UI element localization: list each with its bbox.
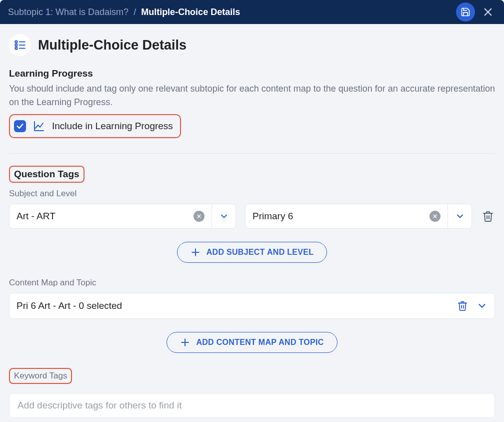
add-content-map-label: ADD CONTENT MAP AND TOPIC: [196, 338, 324, 347]
keyword-tags-title: Keyword Tags: [14, 371, 67, 381]
learning-progress-title: Learning Progress: [9, 68, 495, 79]
learning-progress-description: You should include and tag only one rele…: [9, 82, 495, 109]
divider: [9, 153, 495, 154]
chevron-down-icon: [455, 211, 465, 221]
dialog-window: Subtopic 1: What is Dadaism? / Multiple-…: [0, 0, 504, 422]
clear-subject-button[interactable]: [194, 211, 204, 222]
close-button[interactable]: [480, 4, 496, 20]
clear-level-button[interactable]: [430, 211, 440, 222]
breadcrumb-parent[interactable]: Subtopic 1: What is Dadaism?: [8, 7, 128, 18]
delete-subject-level-button[interactable]: [481, 209, 495, 223]
chart-line-icon: [33, 120, 45, 132]
subject-select[interactable]: Art - ART: [9, 204, 236, 229]
save-button[interactable]: [456, 3, 475, 22]
add-subject-level-label: ADD SUBJECT AND LEVEL: [206, 248, 314, 257]
close-icon: [482, 7, 494, 18]
content-map-select[interactable]: Pri 6 Art - Art - 0 selected: [9, 293, 495, 319]
chevron-down-icon: [476, 300, 488, 311]
save-icon: [460, 7, 470, 17]
content-map-label: Content Map and Topic: [9, 278, 495, 288]
content-map-value: Pri 6 Art - Art - 0 selected: [16, 300, 448, 311]
keyword-tags-highlight: Keyword Tags: [9, 368, 72, 384]
include-learning-progress-row[interactable]: Include in Learning Progress: [9, 114, 181, 138]
x-icon: [432, 214, 438, 219]
question-tags-title: Question Tags: [14, 169, 80, 180]
page-icon-wrap: [9, 34, 31, 56]
page-title: Multiple-Choice Details: [38, 38, 186, 53]
content-map-dropdown-toggle[interactable]: [476, 300, 488, 311]
page-header: Multiple-Choice Details: [9, 34, 495, 56]
subject-value: Art - ART: [16, 211, 190, 222]
include-learning-progress-checkbox[interactable]: [14, 120, 26, 132]
include-learning-progress-label: Include in Learning Progress: [52, 121, 173, 132]
keyword-tags-input[interactable]: [9, 393, 495, 418]
svg-point-4: [15, 47, 17, 49]
keyword-tags-section: Keyword Tags: [9, 368, 495, 418]
check-icon: [16, 122, 24, 130]
add-content-map-button[interactable]: ADD CONTENT MAP AND TOPIC: [166, 332, 337, 353]
level-dropdown-toggle[interactable]: [448, 204, 472, 228]
chevron-down-icon: [219, 211, 229, 221]
delete-content-map-button[interactable]: [456, 299, 470, 313]
question-tags-section: Question Tags Subject and Level Art - AR…: [9, 166, 495, 353]
trash-icon: [457, 300, 468, 311]
multiple-choice-icon: [14, 39, 26, 52]
breadcrumb-separator: /: [134, 7, 136, 18]
dialog-content: Multiple-Choice Details Learning Progres…: [0, 24, 504, 422]
level-value: Primary 6: [252, 211, 426, 222]
trash-icon: [482, 210, 494, 222]
question-tags-highlight: Question Tags: [9, 166, 84, 183]
learning-progress-section: Learning Progress You should include and…: [9, 68, 495, 148]
subject-level-row: Art - ART P: [9, 204, 495, 229]
titlebar: Subtopic 1: What is Dadaism? / Multiple-…: [0, 0, 504, 24]
svg-point-3: [15, 44, 17, 46]
subject-level-label: Subject and Level: [9, 189, 495, 199]
level-select[interactable]: Primary 6: [245, 204, 472, 229]
breadcrumb-current: Multiple-Choice Details: [141, 7, 240, 18]
add-subject-level-button[interactable]: ADD SUBJECT AND LEVEL: [177, 242, 328, 263]
svg-point-2: [15, 41, 17, 43]
plus-icon: [180, 337, 190, 347]
plus-icon: [190, 247, 200, 257]
subject-dropdown-toggle[interactable]: [212, 204, 236, 228]
x-icon: [196, 214, 202, 219]
